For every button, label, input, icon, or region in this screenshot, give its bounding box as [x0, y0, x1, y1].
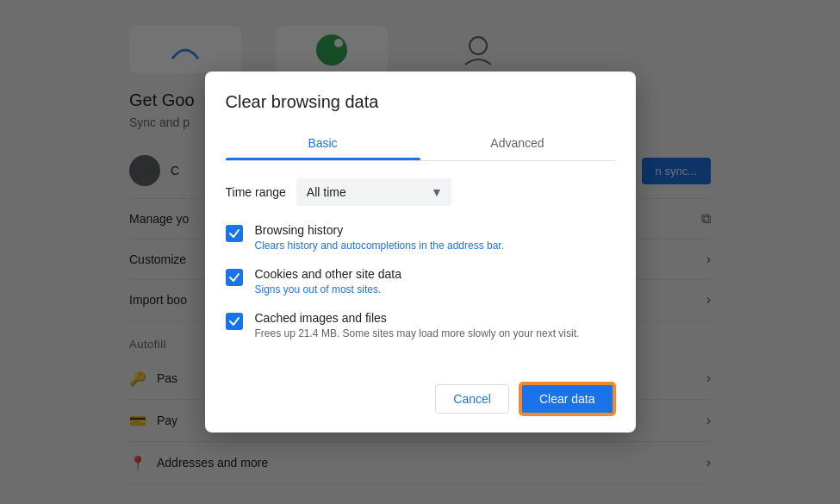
dialog-title: Clear browsing data [226, 92, 615, 112]
modal-overlay: Clear browsing data Basic Advanced Time … [0, 0, 840, 504]
checkbox-browsing-history-text: Browsing history Clears history and auto… [255, 223, 505, 252]
time-range-label: Time range [226, 185, 286, 199]
time-range-select[interactable]: Last hour Last 24 hours Last 7 days Last… [296, 178, 451, 206]
checkbox-browsing-history-input[interactable] [226, 225, 243, 242]
browsing-history-subtitle: Clears history and autocompletions in th… [255, 240, 505, 252]
dialog-tabs: Basic Advanced [226, 126, 615, 161]
dialog-header: Clear browsing data Basic Advanced [205, 72, 636, 161]
browsing-history-title: Browsing history [255, 223, 505, 237]
cached-title: Cached images and files [255, 311, 580, 325]
clear-browsing-data-dialog: Clear browsing data Basic Advanced Time … [205, 72, 636, 432]
time-range-row: Time range Last hour Last 24 hours Last … [226, 178, 615, 206]
checkbox-cookies-input[interactable] [226, 269, 243, 286]
checkbox-cookies-text: Cookies and other site data Signs you ou… [255, 267, 401, 296]
checkbox-cookies: Cookies and other site data Signs you ou… [226, 267, 615, 296]
tab-basic[interactable]: Basic [226, 126, 420, 160]
clear-data-button[interactable]: Clear data [520, 383, 615, 415]
checkbox-browsing-history: Browsing history Clears history and auto… [226, 223, 615, 252]
checkbox-cached-text: Cached images and files Frees up 21.4 MB… [255, 311, 580, 339]
cached-subtitle: Frees up 21.4 MB. Some sites may load mo… [255, 327, 580, 339]
tab-advanced[interactable]: Advanced [420, 126, 615, 160]
checkbox-cached: Cached images and files Frees up 21.4 MB… [226, 311, 615, 339]
cancel-button[interactable]: Cancel [435, 384, 509, 414]
dialog-footer: Cancel Clear data [205, 372, 636, 432]
time-range-select-wrapper[interactable]: Last hour Last 24 hours Last 7 days Last… [296, 178, 451, 206]
cookies-subtitle: Signs you out of most sites. [255, 283, 401, 296]
dialog-body: Time range Last hour Last 24 hours Last … [205, 161, 636, 372]
checkbox-cached-input[interactable] [226, 313, 243, 330]
cookies-title: Cookies and other site data [255, 267, 401, 281]
